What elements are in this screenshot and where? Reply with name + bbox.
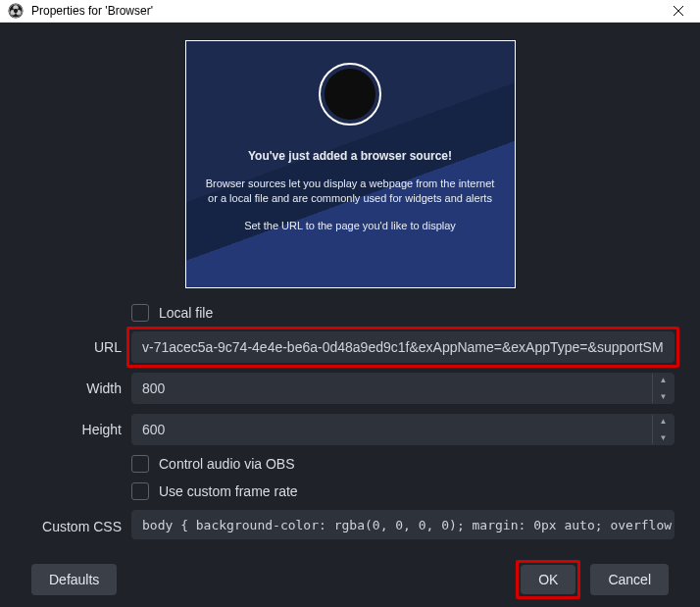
close-icon [674,6,683,16]
source-preview: You've just added a browser source! Brow… [185,40,516,288]
chevron-up-icon: ▲ [660,376,668,384]
preview-heading: You've just added a browser source! [248,149,452,163]
chevron-up-icon: ▲ [660,417,668,426]
custom-frame-rate-checkbox[interactable] [131,482,149,500]
svg-point-9 [325,69,375,120]
width-step-down[interactable]: ▼ [653,390,674,404]
url-label: URL [16,339,131,355]
window-close-button[interactable] [665,0,692,22]
dialog-content: You've just added a browser source! Brow… [0,23,700,607]
svg-point-5 [14,9,18,13]
preview-instruction: Set the URL to the page you'd like to di… [244,220,456,231]
chevron-down-icon: ▼ [660,392,668,401]
obs-logo-icon [319,63,381,126]
local-file-checkbox[interactable] [131,304,149,322]
cancel-button[interactable]: Cancel [590,564,669,595]
height-step-up[interactable]: ▲ [653,415,674,429]
chevron-down-icon: ▼ [660,433,668,442]
dialog-footer: Defaults OK Cancel [16,552,684,607]
preview-description: Browser sources let you display a webpag… [206,177,495,206]
custom-css-label: Custom CSS [16,519,131,534]
window-title: Properties for 'Browser' [31,4,665,18]
properties-form: Local file URL Width ▲ ▼ Height [16,304,684,552]
height-label: Height [16,422,131,437]
defaults-button[interactable]: Defaults [31,564,117,595]
height-input[interactable] [131,414,675,445]
width-step-up[interactable]: ▲ [653,374,674,387]
ok-button[interactable]: OK [521,565,575,594]
control-audio-checkbox[interactable] [131,455,149,473]
width-input[interactable] [131,373,675,404]
control-audio-label: Control audio via OBS [159,456,295,472]
custom-frame-rate-label: Use custom frame rate [159,483,298,499]
height-step-down[interactable]: ▼ [653,431,674,445]
obs-app-icon [8,3,24,19]
local-file-label: Local file [159,305,213,321]
custom-css-input[interactable] [131,510,675,539]
width-label: Width [16,380,131,396]
titlebar: Properties for 'Browser' [0,0,700,23]
url-input[interactable] [131,331,675,363]
